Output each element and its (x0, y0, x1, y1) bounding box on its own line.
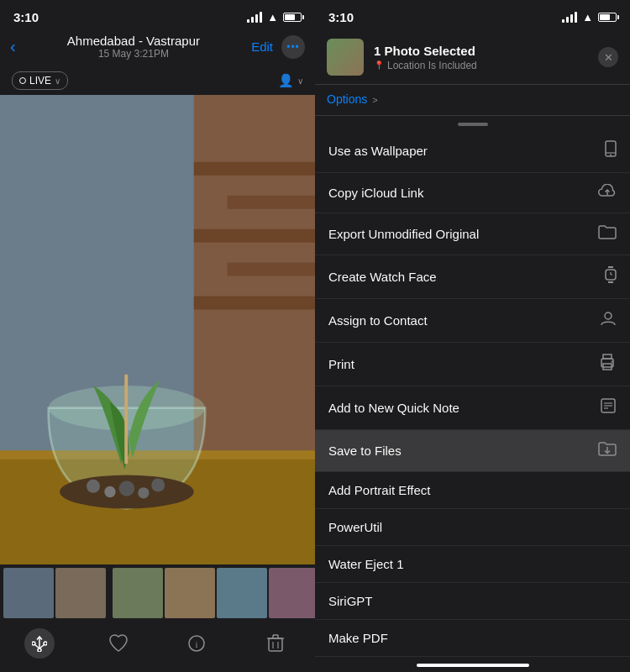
share-subtitle-text: Location Is Included (387, 60, 477, 71)
menu-item-create-watch-face[interactable]: Create Watch Face (315, 255, 630, 299)
svg-text:i: i (196, 639, 198, 649)
share-title: 1 Photo Selected (374, 44, 588, 58)
menu-item-copy-icloud-link[interactable]: Copy iCloud Link (315, 173, 630, 213)
menu-label-water-eject: Water Eject 1 (328, 557, 403, 571)
menu-item-print[interactable]: Print (315, 343, 630, 386)
photo-title: Ahmedabad - Vastrapur (67, 34, 200, 48)
menu-item-water-eject[interactable]: Water Eject 1 (315, 546, 630, 583)
thumbnail[interactable] (269, 568, 315, 618)
menu-label-make-pdf: Make PDF (328, 631, 388, 645)
svg-point-14 (138, 487, 149, 498)
left-status-bar: 3:10 ▲ (0, 0, 315, 30)
person-icon: 👤 (278, 73, 294, 88)
photo-toolbar: LIVE ∨ 👤 ∨ (0, 66, 315, 95)
menu-label-create-watch-face: Create Watch Face (328, 270, 437, 284)
svg-point-34 (610, 155, 612, 156)
contact-icon (600, 310, 617, 331)
svg-point-13 (119, 480, 135, 496)
menu-label-save-to-files: Save to Files (328, 444, 402, 458)
drag-handle (458, 123, 488, 126)
menu-item-save-to-files[interactable]: Save to Files (315, 430, 630, 472)
svg-rect-25 (269, 638, 282, 651)
thumbnail[interactable] (113, 568, 163, 618)
info-button[interactable]: i (178, 625, 215, 662)
right-signal-icon (562, 12, 577, 23)
right-battery-icon (598, 13, 617, 22)
wifi-icon: ▲ (267, 11, 278, 24)
options-button[interactable]: Options > (327, 92, 378, 106)
svg-rect-5 (228, 196, 315, 209)
right-panel: 3:10 ▲ 1 Photo Selected 📍 Location Is In… (315, 0, 630, 672)
menu-item-powerutil[interactable]: PowerUtil (315, 509, 630, 546)
photo-subtitle: 15 May 3:21PM (67, 48, 200, 60)
back-button[interactable]: ‹ (10, 37, 16, 56)
signal-icon (247, 12, 262, 23)
svg-rect-32 (606, 141, 616, 156)
share-menu-list: Use as Wallpaper Copy iCloud Link Ex (315, 129, 630, 657)
svg-rect-2 (194, 162, 315, 176)
svg-point-11 (87, 480, 100, 493)
menu-item-use-as-wallpaper[interactable]: Use as Wallpaper (315, 129, 630, 173)
svg-point-45 (612, 361, 613, 363)
left-nav: ‹ Ahmedabad - Vastrapur 15 May 3:21PM Ed… (0, 30, 315, 66)
photo-image (0, 95, 315, 564)
menu-label-use-as-wallpaper: Use as Wallpaper (328, 144, 428, 158)
right-time: 3:10 (328, 10, 354, 24)
menu-label-add-portrait-effect: Add Portrait Effect (328, 483, 430, 497)
share-thumb-image (327, 39, 364, 76)
thumbnail[interactable] (165, 568, 215, 618)
share-circle (24, 628, 55, 659)
thumbnail[interactable] (55, 568, 106, 618)
trash-button[interactable] (257, 625, 294, 662)
heart-button[interactable] (100, 625, 137, 662)
more-icon: ••• (286, 41, 300, 53)
save-files-icon (598, 441, 617, 460)
left-time: 3:10 (13, 10, 39, 24)
wallpaper-icon (605, 140, 617, 161)
share-subtitle: 📍 Location Is Included (374, 60, 588, 71)
share-close-button[interactable]: ✕ (598, 47, 618, 67)
options-chevron-icon: > (372, 95, 377, 105)
share-header: 1 Photo Selected 📍 Location Is Included … (315, 30, 630, 85)
svg-point-18 (32, 642, 35, 645)
live-label: LIVE (29, 75, 51, 87)
thumbnail[interactable] (217, 568, 267, 618)
svg-line-21 (39, 645, 45, 649)
menu-item-make-pdf[interactable]: Make PDF (315, 620, 630, 657)
svg-rect-3 (194, 229, 315, 243)
edit-button[interactable]: Edit (251, 39, 273, 54)
share-thumbnail (327, 39, 364, 76)
menu-item-add-portrait-effect[interactable]: Add Portrait Effect (315, 472, 630, 509)
svg-rect-43 (603, 354, 612, 359)
menu-label-assign-to-contact: Assign to Contact (328, 313, 428, 328)
menu-item-assign-to-contact[interactable]: Assign to Contact (315, 299, 630, 343)
svg-rect-6 (228, 263, 315, 276)
menu-label-powerutil: PowerUtil (328, 520, 382, 534)
location-icon: 📍 (374, 60, 384, 70)
nav-center: Ahmedabad - Vastrapur 15 May 3:21PM (67, 34, 200, 60)
more-button[interactable]: ••• (281, 35, 305, 59)
live-chevron-icon: ∨ (55, 76, 60, 86)
photo-area (0, 95, 315, 564)
live-button[interactable]: LIVE ∨ (12, 71, 68, 90)
right-status-icons: ▲ (562, 11, 617, 24)
left-status-icons: ▲ (247, 11, 302, 24)
right-status-bar: 3:10 ▲ (315, 0, 630, 30)
svg-point-17 (38, 648, 41, 652)
bottom-toolbar: i (0, 622, 315, 672)
live-dot-icon (19, 77, 26, 84)
menu-item-sirigpt[interactable]: SiriGPT (315, 583, 630, 620)
export-folder-icon (598, 224, 617, 244)
menu-item-add-quick-note[interactable]: Add to New Quick Note (315, 386, 630, 430)
left-panel: 3:10 ▲ ‹ Ahmedabad - Vastrapur 15 May 3:… (0, 0, 315, 672)
menu-item-export-unmodified[interactable]: Export Unmodified Original (315, 213, 630, 255)
share-button[interactable] (21, 625, 58, 662)
watch-icon (605, 266, 617, 287)
menu-label-sirigpt: SiriGPT (328, 594, 373, 608)
svg-point-19 (44, 642, 47, 645)
thumbnail[interactable] (3, 568, 54, 618)
share-header-text: 1 Photo Selected 📍 Location Is Included (374, 44, 588, 71)
right-wifi-icon: ▲ (582, 11, 593, 24)
menu-label-print: Print (328, 357, 354, 371)
battery-icon (283, 13, 302, 22)
